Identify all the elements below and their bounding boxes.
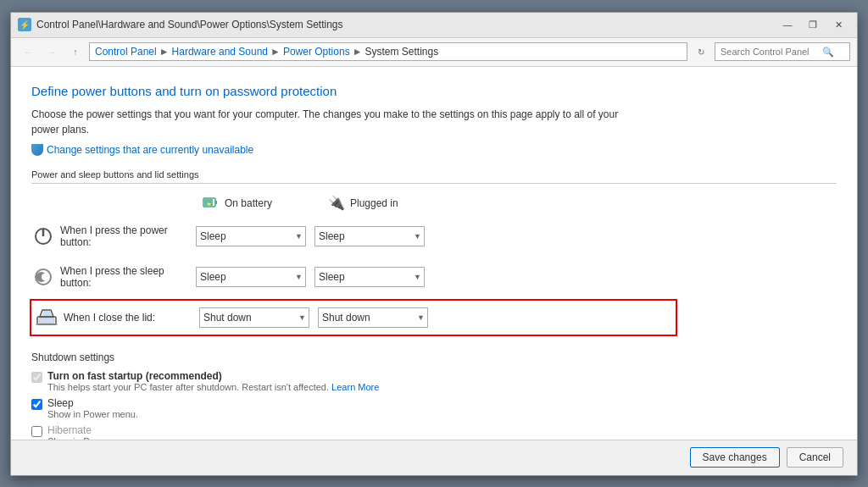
fast-startup-item: Turn on fast startup (recommended) This … <box>31 370 837 392</box>
search-box: 🔍 <box>715 42 850 61</box>
refresh-button[interactable]: ↻ <box>691 42 711 61</box>
shutdown-section-title: Shutdown settings <box>31 351 837 363</box>
app-icon: ⚡ <box>18 18 31 31</box>
lid-close-label: When I close the lid: <box>64 312 199 324</box>
main-window: ⚡ Control Panel\Hardware and Sound\Power… <box>10 12 858 476</box>
sleep-battery-select-wrap: Do nothing Sleep Hibernate Shut down ▼ <box>196 267 306 287</box>
save-changes-button[interactable]: Save changes <box>690 447 780 468</box>
lid-close-row: When I close the lid: Do nothing Sleep H… <box>31 301 676 335</box>
power-plugged-select-wrap: Do nothing Sleep Hibernate Shut down ▼ <box>314 226 425 246</box>
back-button[interactable]: ← <box>18 42 38 61</box>
titlebar: ⚡ Control Panel\Hardware and Sound\Power… <box>11 13 857 38</box>
svg-rect-1 <box>215 201 217 204</box>
page-description: Choose the power settings that you want … <box>31 107 625 137</box>
fast-startup-label: Turn on fast startup (recommended) <box>47 370 379 382</box>
lid-icon <box>35 306 58 329</box>
power-plugged-select[interactable]: Do nothing Sleep Hibernate Shut down <box>314 226 425 246</box>
power-button-row: When I press the power button: Do nothin… <box>31 219 676 253</box>
change-settings-link[interactable]: Change settings that are currently unava… <box>31 144 837 156</box>
lid-battery-select-wrap: Do nothing Sleep Hibernate Shut down ▼ <box>199 307 309 328</box>
plug-icon: 🔌 <box>328 195 345 211</box>
search-icon: 🔍 <box>822 47 834 58</box>
maximize-button[interactable]: ❐ <box>801 16 825 33</box>
sleep-plugged-select-wrap: Do nothing Sleep Hibernate Shut down ▼ <box>314 267 425 287</box>
breadcrumb: Control Panel ► Hardware and Sound ► Pow… <box>89 42 687 61</box>
power-battery-select-wrap: Do nothing Sleep Hibernate Shut down ▼ <box>196 226 306 246</box>
sleep-item: Sleep Show in Power menu. <box>31 397 837 419</box>
learn-more-link[interactable]: Learn More <box>331 382 379 392</box>
breadcrumb-control-panel[interactable]: Control Panel <box>95 46 157 58</box>
close-button[interactable]: ✕ <box>826 16 850 33</box>
search-input[interactable] <box>721 47 822 57</box>
window-title: Control Panel\Hardware and Sound\Power O… <box>36 19 776 30</box>
shield-icon <box>31 144 43 156</box>
on-battery-header: On battery <box>201 194 320 213</box>
lid-battery-select[interactable]: Do nothing Sleep Hibernate Shut down <box>199 307 309 328</box>
content-area: Define power buttons and turn on passwor… <box>11 67 857 440</box>
power-button-label: When I press the power button: <box>60 224 196 248</box>
fast-startup-desc: This helps start your PC faster after sh… <box>47 382 379 392</box>
minimize-button[interactable]: — <box>776 16 799 33</box>
cancel-button[interactable]: Cancel <box>787 447 843 468</box>
sleep-button-row: When I press the sleep button: Do nothin… <box>31 260 676 294</box>
breadcrumb-power[interactable]: Power Options <box>283 46 350 58</box>
power-table: On battery 🔌 Plugged in When I press the… <box>31 194 676 335</box>
lid-plugged-select[interactable]: Do nothing Sleep Hibernate Shut down <box>318 307 428 328</box>
addressbar: ← → ↑ Control Panel ► Hardware and Sound… <box>11 38 857 67</box>
svg-rect-8 <box>39 318 54 323</box>
power-icon <box>31 224 55 248</box>
hibernate-checkbox[interactable] <box>31 426 42 437</box>
sleep-button-label: When I press the sleep button: <box>60 265 196 289</box>
shutdown-section: Shutdown settings Turn on fast startup (… <box>31 351 837 440</box>
breadcrumb-current: System Settings <box>365 46 439 58</box>
up-button[interactable]: ↑ <box>65 42 86 61</box>
section-label: Power and sleep buttons and lid settings <box>31 169 837 184</box>
hibernate-label: Hibernate <box>47 424 138 436</box>
breadcrumb-hardware[interactable]: Hardware and Sound <box>172 46 268 58</box>
sleep-label: Sleep <box>47 397 138 409</box>
plugged-in-header: 🔌 Plugged in <box>328 195 447 211</box>
power-header-row: On battery 🔌 Plugged in <box>31 194 676 213</box>
sleep-checkbox[interactable] <box>31 399 42 410</box>
lid-plugged-select-wrap: Do nothing Sleep Hibernate Shut down ▼ <box>318 307 428 328</box>
page-title: Define power buttons and turn on passwor… <box>31 84 837 98</box>
battery-icon <box>201 194 220 213</box>
fast-startup-checkbox[interactable] <box>31 372 42 383</box>
sleep-icon <box>31 265 55 289</box>
forward-button[interactable]: → <box>42 42 62 61</box>
sleep-desc: Show in Power menu. <box>47 409 138 419</box>
sleep-plugged-select[interactable]: Do nothing Sleep Hibernate Shut down <box>314 267 425 287</box>
power-battery-select[interactable]: Do nothing Sleep Hibernate Shut down <box>196 226 306 246</box>
hibernate-item: Hibernate Show in Power menu. <box>31 424 837 440</box>
window-controls: — ❐ ✕ <box>776 16 850 33</box>
footer: Save changes Cancel <box>11 440 857 475</box>
sleep-battery-select[interactable]: Do nothing Sleep Hibernate Shut down <box>196 267 306 287</box>
